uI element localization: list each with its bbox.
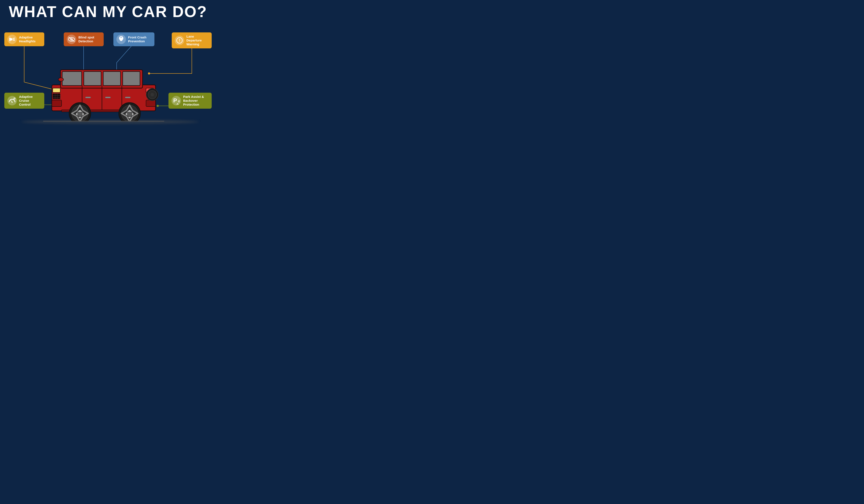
cruise-control-label: Adaptive Cruise Control <box>19 95 41 107</box>
park-assist-box: P ! Park Assist & Backover Protection <box>168 93 212 109</box>
svg-rect-40 <box>53 88 60 93</box>
svg-point-51 <box>151 93 154 96</box>
svg-point-21 <box>12 102 13 103</box>
svg-rect-27 <box>52 85 156 111</box>
crash-icon <box>117 35 126 44</box>
svg-rect-39 <box>125 97 131 98</box>
page-title: WHAT CAN MY CAR DO? <box>0 0 216 20</box>
gauge-icon <box>7 96 17 105</box>
warning-icon: ! <box>175 36 184 45</box>
svg-rect-41 <box>53 94 60 99</box>
adaptive-headlights-box: Adaptive Headlights <box>4 33 44 46</box>
blind-spot-box: Blind spot Detection <box>64 33 104 46</box>
svg-text:P: P <box>173 97 177 104</box>
svg-rect-31 <box>84 72 101 86</box>
svg-point-23 <box>14 98 15 99</box>
car-illustration <box>43 57 164 122</box>
adaptive-headlights-label: Adaptive Headlights <box>19 35 41 43</box>
svg-rect-30 <box>62 72 82 86</box>
svg-line-10 <box>10 36 10 37</box>
svg-point-52 <box>58 78 63 81</box>
svg-marker-6 <box>9 38 12 41</box>
park-icon: P ! <box>171 96 181 105</box>
park-assist-label: Park Assist & Backover Protection <box>183 95 209 107</box>
lane-departure-label: Lane Departure Warning <box>187 35 209 46</box>
front-crash-label: Front Crash Prevention <box>128 35 152 43</box>
blind-spot-label: Blind spot Detection <box>79 35 101 43</box>
svg-rect-32 <box>103 72 121 86</box>
svg-rect-38 <box>105 97 111 98</box>
svg-rect-46 <box>52 100 62 107</box>
svg-rect-33 <box>123 72 140 86</box>
headlight-icon <box>7 35 17 44</box>
svg-rect-48 <box>146 100 156 107</box>
eye-icon <box>67 35 76 44</box>
svg-text:!: ! <box>179 38 180 43</box>
lane-departure-box: ! Lane Departure Warning <box>172 33 212 48</box>
svg-line-11 <box>10 41 10 42</box>
svg-line-7 <box>13 38 15 38</box>
cruise-control-box: Adaptive Cruise Control <box>4 93 44 109</box>
svg-line-9 <box>13 40 15 40</box>
front-crash-box: Front Crash Prevention <box>113 33 154 46</box>
svg-rect-37 <box>85 97 91 98</box>
